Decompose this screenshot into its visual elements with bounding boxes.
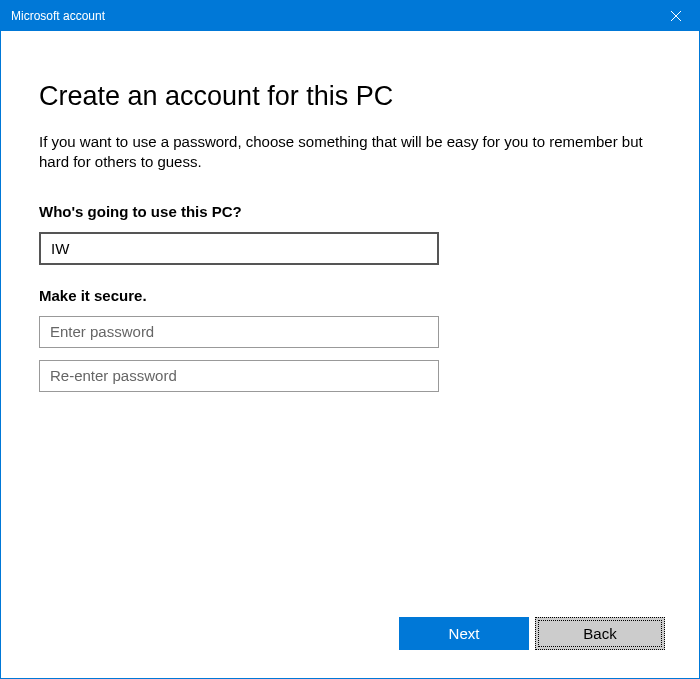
page-description: If you want to use a password, choose so… <box>39 132 661 173</box>
titlebar: Microsoft account <box>1 1 699 31</box>
reenter-password-input[interactable] <box>39 360 439 392</box>
close-button[interactable] <box>653 1 699 31</box>
username-input[interactable] <box>39 232 439 265</box>
next-button[interactable]: Next <box>399 617 529 650</box>
back-button[interactable]: Back <box>535 617 665 650</box>
username-label: Who's going to use this PC? <box>39 203 661 220</box>
window: Microsoft account Create an account for … <box>0 0 700 679</box>
secure-label: Make it secure. <box>39 287 661 304</box>
page-heading: Create an account for this PC <box>39 81 661 112</box>
window-title: Microsoft account <box>11 9 105 23</box>
close-icon <box>671 11 681 21</box>
footer-buttons: Next Back <box>399 617 665 650</box>
content-area: Create an account for this PC If you wan… <box>1 31 699 678</box>
password-input[interactable] <box>39 316 439 348</box>
